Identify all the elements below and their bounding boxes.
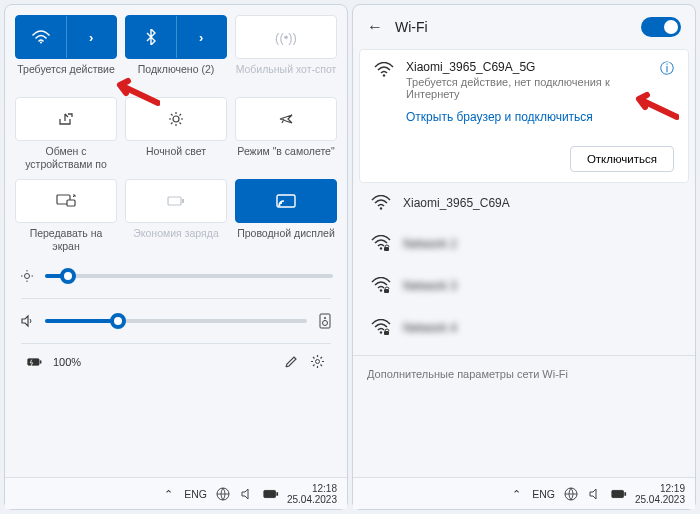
cast-tile[interactable] [235,179,337,223]
wifi-header: ← Wi-Fi [353,5,695,49]
network-name: Xiaomi_3965_C69A [403,196,510,210]
airplane-icon [278,111,294,127]
hotspot-icon: ((•)) [275,30,297,45]
wifi-title: Wi-Fi [395,19,629,35]
wifi-icon[interactable] [16,16,67,58]
nightlight-tile[interactable] [125,97,227,141]
svg-point-31 [380,207,382,209]
brightness-slider[interactable] [45,274,333,278]
tray-volume-icon[interactable] [587,486,603,502]
bottom-row: 100% [15,344,337,380]
tray-clock[interactable]: 12:19 25.04.2023 [635,483,685,505]
svg-point-23 [323,320,328,325]
bluetooth-label: Подключено (2) [138,63,214,89]
network-status: Требуется действие, нет подключения к Ин… [406,76,648,100]
volume-slider[interactable] [45,319,307,323]
svg-point-30 [383,74,385,76]
taskbar: ⌃ ENG 12:18 25.04.2023 [5,477,347,509]
svg-rect-35 [384,289,389,293]
tray-expand-icon[interactable]: ⌃ [508,486,524,502]
bluetooth-icon[interactable] [126,16,177,58]
wifi-signal-lock-icon [371,235,391,253]
svg-line-8 [171,123,173,125]
cast-icon [276,194,296,208]
network-item[interactable]: Xiaomi_3965_C69A [353,183,695,223]
network-item[interactable]: Network 3 [353,265,695,307]
settings-icon[interactable] [309,354,325,370]
network-name: Xiaomi_3965_C69A_5G [406,60,648,74]
svg-point-1 [173,116,179,122]
brightness-slider-row [19,268,333,284]
svg-rect-11 [67,200,75,206]
edit-icon[interactable] [283,354,299,370]
share-icon [58,112,74,126]
project-tile[interactable] [15,179,117,223]
wifi-signal-lock-icon [371,277,391,295]
quick-settings-panel: › Требуется действие › Подключено (2) ((… [4,4,348,510]
volume-slider-row [19,313,333,329]
svg-point-26 [315,360,319,364]
svg-line-6 [171,114,173,116]
tray-volume-icon[interactable] [239,486,255,502]
svg-rect-28 [264,490,276,497]
tray-expand-icon[interactable]: ⌃ [160,486,176,502]
svg-rect-25 [40,360,42,363]
open-browser-link[interactable]: Открыть браузер и подключиться [406,110,648,124]
network-name: Network 4 [403,321,457,335]
svg-point-15 [279,205,281,207]
hotspot-label: Мобильный хот-спот [236,63,337,89]
volume-icon[interactable] [19,313,35,329]
brightness-icon [19,268,35,284]
svg-rect-40 [624,492,626,496]
share-tile[interactable] [15,97,117,141]
svg-rect-39 [612,490,624,497]
output-device-icon[interactable] [317,313,333,329]
airplane-tile[interactable] [235,97,337,141]
tray-lang[interactable]: ENG [184,488,207,500]
chevron-right-icon[interactable]: › [67,16,117,58]
tray-battery-icon[interactable] [263,486,279,502]
wifi-panel: ← Wi-Fi Xiaomi_3965_C69A_5G Требуется де… [352,4,696,510]
project-label: Передавать на экран [15,227,117,253]
tray-lang[interactable]: ENG [532,488,555,500]
svg-rect-12 [168,197,181,205]
svg-rect-24 [28,358,39,364]
svg-rect-13 [182,199,184,203]
svg-point-32 [380,247,382,249]
wifi-toggle[interactable] [641,17,681,37]
taskbar: ⌃ ENG 12:19 25.04.2023 [353,477,695,509]
sun-icon [168,111,184,127]
tray-clock[interactable]: 12:18 25.04.2023 [287,483,337,505]
wifi-label: Требуется действие [17,63,115,89]
tray-network-icon[interactable] [215,486,231,502]
wifi-signal-icon [371,195,391,211]
tray-battery-icon[interactable] [611,486,627,502]
svg-point-0 [40,42,42,44]
wifi-tile[interactable]: › [15,15,117,59]
info-icon[interactable]: ⓘ [660,60,674,78]
battery-icon [167,195,185,207]
wifi-signal-lock-icon [371,319,391,337]
bluetooth-tile[interactable]: › [125,15,227,59]
wifi-settings-link[interactable]: Дополнительные параметры сети Wi-Fi [353,356,695,392]
tray-network-icon[interactable] [563,486,579,502]
cast-label: Проводной дисплей [237,227,335,253]
hotspot-tile[interactable]: ((•)) [235,15,337,59]
battery-status-icon[interactable] [27,354,43,370]
back-icon[interactable]: ← [367,18,383,36]
airplane-label: Режим "в самолете" [237,145,334,171]
network-item[interactable]: Network 2 [353,223,695,265]
svg-rect-37 [384,331,389,335]
chevron-right-icon[interactable]: › [177,16,227,58]
svg-point-36 [380,331,382,333]
svg-point-34 [380,289,382,291]
disconnect-button[interactable]: Отключиться [570,146,674,172]
svg-rect-29 [276,492,278,496]
battery-saver-tile[interactable] [125,179,227,223]
network-name: Network 3 [403,279,457,293]
svg-line-7 [180,123,182,125]
active-network[interactable]: Xiaomi_3965_C69A_5G Требуется действие, … [359,49,689,183]
battery-saver-label: Экономия заряда [133,227,218,253]
nightlight-label: Ночной свет [146,145,206,171]
network-item[interactable]: Network 4 [353,307,695,349]
